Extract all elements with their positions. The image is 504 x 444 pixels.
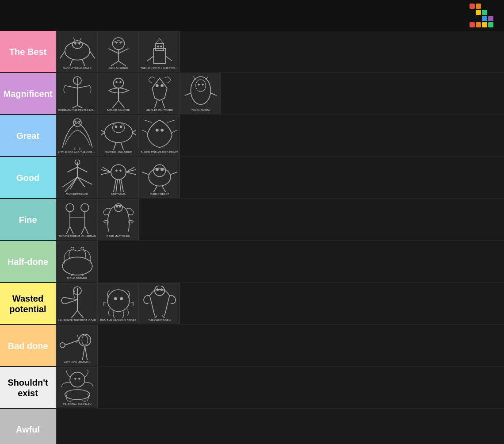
list-item[interactable]: DARK MATT BLIKE xyxy=(98,199,139,240)
svg-line-64 xyxy=(172,130,177,133)
creature-label: FARTGEMA xyxy=(110,192,126,196)
svg-line-15 xyxy=(118,61,126,66)
svg-point-41 xyxy=(195,80,206,92)
list-item[interactable]: ROM THE VACUOUS SPIDER xyxy=(98,283,139,324)
list-item[interactable]: CLERIC BEAST xyxy=(139,157,180,198)
creature-image xyxy=(140,285,179,318)
list-item[interactable]: THE CHILD BORN xyxy=(139,283,180,324)
creature-label: WICKERPRENCE xyxy=(65,192,89,196)
creature-image xyxy=(57,159,97,192)
svg-line-95 xyxy=(153,186,157,192)
svg-point-125 xyxy=(160,288,163,291)
tier-row-the-best: The Best GLOOM THE ALEZARD GRULAN GRILE xyxy=(0,31,504,73)
list-item[interactable]: HIRGLET WHITMORE xyxy=(139,73,180,114)
creature-label: GLOOM THE ALEZARD xyxy=(62,66,92,70)
svg-line-118 xyxy=(71,310,77,318)
svg-point-129 xyxy=(60,343,65,348)
tier-items-the-best: GLOOM THE ALEZARD GRULAN GRILE THE LICH … xyxy=(56,31,504,72)
tier-row-great: Great LITTLE FOG AND THE CORROSIONIST MA… xyxy=(0,115,504,157)
svg-point-76 xyxy=(111,165,126,180)
tier-row-awful: Awful xyxy=(0,409,504,444)
svg-point-36 xyxy=(156,84,159,87)
svg-point-134 xyxy=(70,372,85,387)
list-item[interactable]: LITTLE FOG AND THE CORROSIONIST xyxy=(57,115,98,156)
creature-image xyxy=(57,369,97,402)
svg-point-98 xyxy=(80,203,88,211)
list-item[interactable]: WITCH OF HEMWICK xyxy=(57,325,98,366)
tier-items-fine: TWO DIFFERENT VILLAEMAN DARK MATT BLIKE xyxy=(56,199,504,240)
svg-line-53 xyxy=(101,133,104,135)
list-item[interactable]: GERMANY THE BEETLE HUNTER xyxy=(57,73,98,114)
creature-label: GRULAN GRILE xyxy=(107,66,129,70)
creature-label: LAURENCE THE FIRST VICAR xyxy=(57,318,97,322)
list-item[interactable]: FARTGEMA xyxy=(98,157,139,198)
list-item[interactable]: THE LICH OF ALL QUESTIONS xyxy=(139,31,180,72)
tier-label-awful: Awful xyxy=(0,409,56,444)
tier-row-bad-done: Bad done WITCH OF HEMWICK xyxy=(0,325,504,367)
list-item[interactable]: CELESTIAL EMISSARY xyxy=(57,367,98,408)
svg-line-86 xyxy=(119,180,121,192)
svg-line-78 xyxy=(101,172,111,175)
svg-line-33 xyxy=(118,100,125,108)
svg-line-2 xyxy=(90,51,95,58)
svg-point-92 xyxy=(160,168,164,171)
svg-line-128 xyxy=(65,340,79,345)
svg-point-89 xyxy=(149,168,171,186)
creature-image xyxy=(57,201,97,234)
svg-line-26 xyxy=(65,85,77,88)
list-item[interactable]: TWO DIFFERENT VILLAEMAN xyxy=(57,199,98,240)
svg-point-108 xyxy=(119,206,121,208)
list-item[interactable]: WICKERPRENCE xyxy=(57,157,98,198)
tier-row-magnificent: Magnificent GERMANY THE BEETLE HUNTER FA… xyxy=(0,73,504,115)
svg-line-61 xyxy=(145,120,152,123)
svg-line-32 xyxy=(112,100,118,108)
svg-line-81 xyxy=(126,172,136,175)
svg-line-1 xyxy=(60,51,65,58)
creature-label: FATHER GANDIRE xyxy=(106,108,130,112)
list-item[interactable]: YUKOL AMEBA xyxy=(180,73,221,114)
svg-line-85 xyxy=(116,180,117,192)
creature-label: CLERIC BEAST xyxy=(149,192,170,196)
svg-point-30 xyxy=(113,78,123,88)
svg-line-63 xyxy=(142,130,147,133)
svg-point-56 xyxy=(112,122,124,133)
svg-line-46 xyxy=(185,93,191,96)
creature-image xyxy=(57,33,97,66)
svg-line-60 xyxy=(121,142,123,150)
svg-point-34 xyxy=(115,81,118,83)
creature-label: YUKOL AMEBA xyxy=(190,108,210,112)
svg-point-122 xyxy=(120,297,123,300)
svg-point-136 xyxy=(74,378,76,380)
list-item[interactable]: GLOOM THE ALEZARD xyxy=(57,31,98,72)
creature-image xyxy=(57,75,97,108)
tier-items-half-done: DYING FARMER xyxy=(56,241,504,282)
svg-point-109 xyxy=(62,257,92,275)
list-item[interactable]: MASTER LOGLARIER xyxy=(98,115,139,156)
creature-label: MASTER LOGLARIER xyxy=(104,150,133,154)
svg-point-43 xyxy=(202,84,204,86)
creature-label: THE LICH OF ALL QUESTIONS xyxy=(140,66,179,70)
svg-line-4 xyxy=(82,60,85,66)
svg-line-47 xyxy=(210,93,217,96)
list-item[interactable]: GRULAN GRILE xyxy=(98,31,139,72)
svg-line-39 xyxy=(162,100,164,108)
creature-label: DYING FARMER xyxy=(66,276,88,280)
creature-label: WITCH OF HEMWICK xyxy=(63,360,91,364)
list-item[interactable]: LAURENCE THE FIRST VICAR xyxy=(57,283,98,324)
svg-point-35 xyxy=(119,81,122,83)
svg-line-83 xyxy=(113,180,116,192)
tier-label-fine: Fine xyxy=(0,199,56,240)
svg-line-8 xyxy=(73,38,75,41)
svg-point-90 xyxy=(153,165,165,176)
svg-point-97 xyxy=(66,203,74,211)
svg-line-113 xyxy=(82,275,83,276)
list-item[interactable]: BLOOD TWELVE BIRD BEAST xyxy=(139,115,180,156)
svg-line-52 xyxy=(101,130,104,133)
svg-point-126 xyxy=(79,334,91,346)
list-item[interactable]: DYING FARMER xyxy=(57,241,98,282)
list-item[interactable]: FATHER GANDIRE xyxy=(98,73,139,114)
svg-point-127 xyxy=(82,335,88,345)
creature-image xyxy=(99,201,138,234)
svg-point-20 xyxy=(157,46,159,48)
tier-label-great: Great xyxy=(0,115,56,156)
